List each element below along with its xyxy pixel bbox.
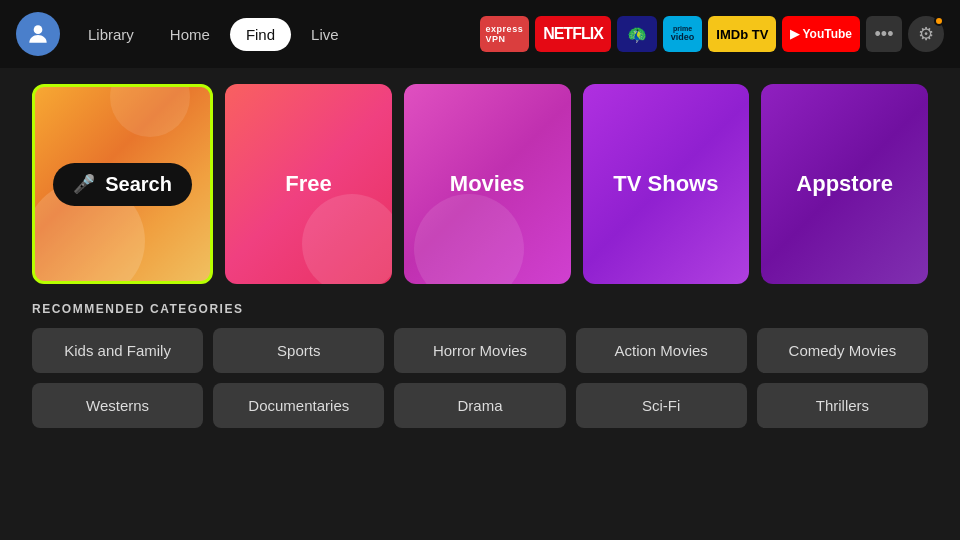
app-imdb[interactable]: IMDb TV (708, 16, 776, 52)
nav-find[interactable]: Find (230, 18, 291, 51)
category-drama[interactable]: Drama (394, 383, 565, 428)
settings-button[interactable]: ⚙ (908, 16, 944, 52)
app-prime[interactable]: prime video (663, 16, 703, 52)
avatar[interactable] (16, 12, 60, 56)
svg-point-0 (34, 25, 43, 34)
more-apps-button[interactable]: ••• (866, 16, 902, 52)
app-icons-bar: expressVPN NETFLIX 🦚 prime video IMDb TV… (480, 16, 944, 52)
category-grid: Kids and Family Sports Horror Movies Act… (32, 328, 928, 428)
search-pill: 🎤 Search (53, 163, 192, 206)
app-netflix[interactable]: NETFLIX (535, 16, 611, 52)
tile-tvshows[interactable]: TV Shows (583, 84, 750, 284)
top-nav: Library Home Find Live expressVPN NETFLI… (0, 0, 960, 68)
category-comedy-movies[interactable]: Comedy Movies (757, 328, 928, 373)
tile-free[interactable]: Free (225, 84, 392, 284)
settings-notification-dot (934, 16, 944, 26)
category-westerns[interactable]: Westerns (32, 383, 203, 428)
mic-icon: 🎤 (73, 173, 95, 195)
recommended-section-title: RECOMMENDED CATEGORIES (32, 302, 928, 316)
category-documentaries[interactable]: Documentaries (213, 383, 384, 428)
tile-free-label: Free (285, 171, 331, 197)
nav-library[interactable]: Library (72, 18, 150, 51)
category-action-movies[interactable]: Action Movies (576, 328, 747, 373)
category-thrillers[interactable]: Thrillers (757, 383, 928, 428)
netflix-label: NETFLIX (543, 25, 603, 43)
app-expressvpn[interactable]: expressVPN (480, 16, 530, 52)
app-peacock[interactable]: 🦚 (617, 16, 657, 52)
featured-tiles: 🎤 Search Free Movies TV Shows Appstore (32, 84, 928, 284)
tile-movies-label: Movies (450, 171, 525, 197)
search-label: Search (105, 173, 172, 196)
tile-tvshows-label: TV Shows (613, 171, 718, 197)
main-content: 🎤 Search Free Movies TV Shows Appstore R… (0, 68, 960, 444)
category-kids-and-family[interactable]: Kids and Family (32, 328, 203, 373)
app-youtube[interactable]: ▶ YouTube (782, 16, 860, 52)
nav-live[interactable]: Live (295, 18, 355, 51)
tile-appstore[interactable]: Appstore (761, 84, 928, 284)
imdb-label: IMDb TV (716, 27, 768, 42)
nav-links: Library Home Find Live (72, 18, 355, 51)
tile-movies[interactable]: Movies (404, 84, 571, 284)
category-sports[interactable]: Sports (213, 328, 384, 373)
tile-appstore-label: Appstore (796, 171, 893, 197)
nav-home[interactable]: Home (154, 18, 226, 51)
youtube-label: ▶ YouTube (790, 27, 852, 41)
category-sci-fi[interactable]: Sci-Fi (576, 383, 747, 428)
category-horror-movies[interactable]: Horror Movies (394, 328, 565, 373)
tile-search[interactable]: 🎤 Search (32, 84, 213, 284)
